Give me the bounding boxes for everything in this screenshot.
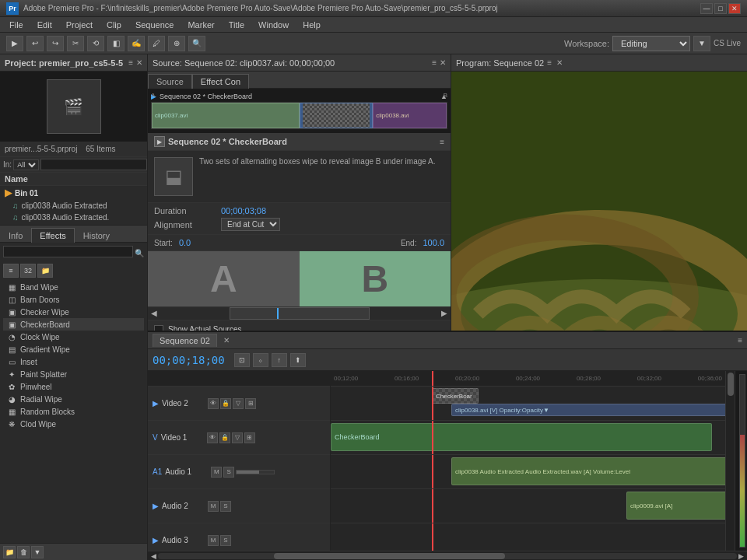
audio2-track-expand[interactable]: ▶ — [153, 502, 159, 510]
project-panel-close[interactable]: ✕ — [136, 58, 142, 67]
source-tab-source[interactable]: Source — [148, 74, 192, 89]
program-menu-icon[interactable]: ≡ — [547, 58, 552, 67]
effects-delete-btn[interactable]: 🗑 — [17, 546, 30, 558]
menu-sequence[interactable]: Sequence — [129, 19, 181, 31]
effect-play-button[interactable]: ▶ — [154, 136, 165, 147]
panel-menu-icon[interactable]: ≡ — [128, 58, 133, 67]
audio3-mute-btn[interactable]: M — [208, 535, 219, 546]
timeline-vertical-scrollbar[interactable] — [725, 371, 735, 551]
source-tab-effect-controls[interactable]: Effect Con — [192, 74, 249, 89]
toolbar-btn-10[interactable]: 🔍 — [188, 36, 205, 51]
toolbar-btn-4[interactable]: ✂ — [67, 36, 84, 51]
source-panel-menu[interactable]: ≡ — [432, 58, 437, 67]
audio1-mute-btn[interactable]: M — [211, 467, 222, 478]
start-value[interactable]: 0.0 — [179, 238, 191, 247]
program-panel-close[interactable]: ✕ — [556, 58, 563, 67]
project-bin-01[interactable]: ▶ Bin 01 — [0, 186, 147, 200]
effect-clock-wipe[interactable]: ◔ Clock Wipe — [3, 331, 144, 343]
h-scroll-thumb[interactable] — [274, 553, 506, 559]
video1-sync-btn[interactable]: ⊞ — [244, 432, 255, 443]
toolbar-btn-5[interactable]: ⟲ — [87, 36, 104, 51]
timeline-tab-sequence02[interactable]: Sequence 02 — [153, 334, 217, 347]
v-scroll-thumb[interactable] — [728, 373, 734, 396]
project-item-clip074-left[interactable]: clip074.avi Left — [0, 223, 147, 225]
effect-checkerboard[interactable]: ▣ CheckerBoard — [3, 318, 144, 331]
audio2-mute-btn[interactable]: M — [208, 501, 219, 512]
toolbar-btn-6[interactable]: ◧ — [107, 36, 124, 51]
source-panel-close[interactable]: ✕ — [440, 58, 446, 67]
video1-main-clip[interactable]: CheckerBoard — [331, 423, 712, 451]
video1-lock-btn[interactable]: 🔒 — [219, 432, 230, 443]
in-select[interactable]: All — [13, 159, 39, 170]
menu-title[interactable]: Title — [223, 19, 251, 31]
workspace-expand[interactable]: ▼ — [693, 36, 710, 51]
strip-clip-a[interactable]: clip0037.avi — [152, 103, 300, 128]
timeline-close-btn[interactable]: ✕ — [223, 336, 230, 345]
tl-snap-btn[interactable]: ⊡ — [234, 353, 250, 367]
menu-edit[interactable]: Edit — [31, 19, 58, 31]
slider-right-arrow[interactable]: ▶ — [441, 309, 447, 317]
toolbar-btn-1[interactable]: ▶ — [6, 36, 23, 51]
effect-band-wipe[interactable]: ▦ Band Wipe — [3, 281, 144, 293]
effect-gradient-wipe[interactable]: ▤ Gradient Wipe — [3, 343, 144, 355]
effect-paint-splatter[interactable]: ✦ Paint Splatter — [3, 368, 144, 380]
menu-window[interactable]: Window — [252, 19, 295, 31]
audio3-track-expand[interactable]: ▶ — [153, 536, 159, 544]
toolbar-btn-3[interactable]: ↪ — [47, 36, 64, 51]
checkerboard-transition-clip[interactable]: CheckerBoar — [432, 388, 479, 404]
effect-checker-wipe[interactable]: ▣ Checker Wipe — [3, 306, 144, 318]
strip-clip-transition[interactable] — [300, 103, 374, 128]
timeline-menu-icon[interactable]: ≡ — [738, 336, 742, 345]
audio1-solo-btn[interactable]: S — [223, 467, 234, 478]
effect-clod-wipe[interactable]: ❋ Clod Wipe — [3, 418, 144, 430]
effects-btn-32[interactable]: 32 — [20, 264, 36, 278]
video2-main-clip[interactable]: clip0038.avi [V] Opacity:Opacity▼ — [451, 404, 725, 416]
video2-sync-btn[interactable]: ⊞ — [245, 398, 256, 409]
menu-clip[interactable]: Clip — [100, 19, 128, 31]
menu-file[interactable]: File — [3, 19, 30, 31]
alignment-select[interactable]: End at Cut — [221, 218, 280, 231]
video2-eye-btn[interactable]: 👁 — [208, 398, 219, 409]
tab-effects[interactable]: Effects — [31, 228, 74, 243]
scroll-right-btn[interactable]: ▶ — [738, 552, 744, 560]
audio2-clip[interactable]: clip0009.avi [A] — [626, 492, 725, 520]
toolbar-btn-9[interactable]: ⊕ — [168, 36, 185, 51]
project-item-clip0038-audio[interactable]: ♫ clip0038 Audio Extracted — [0, 200, 147, 212]
video1-eye-btn[interactable]: 👁 — [207, 432, 218, 443]
timeline-timecode[interactable]: 00;00;18;00 — [153, 354, 225, 366]
effects-new-folder-btn[interactable]: 📁 — [3, 546, 16, 558]
slider-left-arrow[interactable]: ◀ — [151, 309, 157, 317]
effects-scroll-down[interactable]: ▼ — [31, 546, 44, 558]
effects-btn-new-bin[interactable]: 📁 — [37, 264, 53, 278]
video2-lock-btn[interactable]: 🔒 — [220, 398, 231, 409]
tl-add-marker[interactable]: ⬦ — [253, 353, 268, 367]
video2-collapse-btn[interactable]: ▽ — [233, 398, 244, 409]
effect-barn-doors[interactable]: ◫ Barn Doors — [3, 293, 144, 306]
audio2-solo-btn[interactable]: S — [220, 501, 231, 512]
end-value[interactable]: 100.0 — [423, 238, 444, 247]
toolbar-btn-8[interactable]: 🖊 — [148, 36, 165, 51]
audio3-solo-btn[interactable]: S — [220, 535, 231, 546]
tl-extract-btn[interactable]: ⬆ — [290, 353, 306, 367]
effects-search-input[interactable] — [3, 246, 133, 257]
project-search-input[interactable] — [40, 159, 147, 170]
tab-info[interactable]: Info — [0, 228, 31, 243]
menu-marker[interactable]: Marker — [181, 19, 220, 31]
menu-help[interactable]: Help — [296, 19, 327, 31]
effects-search-icon[interactable]: 🔍 — [135, 249, 144, 257]
video2-track-toggle[interactable]: ▶ — [153, 399, 159, 408]
effects-btn-list[interactable]: ≡ — [3, 264, 19, 278]
close-button[interactable]: ✕ — [728, 3, 741, 14]
tl-lift-btn[interactable]: ↑ — [272, 353, 287, 367]
minimize-button[interactable]: — — [700, 3, 713, 14]
toolbar-btn-7[interactable]: ✍ — [128, 36, 145, 51]
tab-history[interactable]: History — [75, 228, 118, 243]
effect-menu-icon[interactable]: ≡ — [440, 138, 444, 146]
scroll-left-btn[interactable]: ◀ — [151, 552, 156, 560]
effect-radial-wipe[interactable]: ◕ Radial Wipe — [3, 393, 144, 405]
workspace-select[interactable]: Editing — [612, 36, 690, 51]
effect-random-blocks[interactable]: ▦ Random Blocks — [3, 405, 144, 418]
video1-collapse-btn[interactable]: ▽ — [232, 432, 243, 443]
duration-value[interactable]: 00;00;03;08 — [221, 206, 266, 215]
effect-pinwheel[interactable]: ✿ Pinwheel — [3, 380, 144, 393]
